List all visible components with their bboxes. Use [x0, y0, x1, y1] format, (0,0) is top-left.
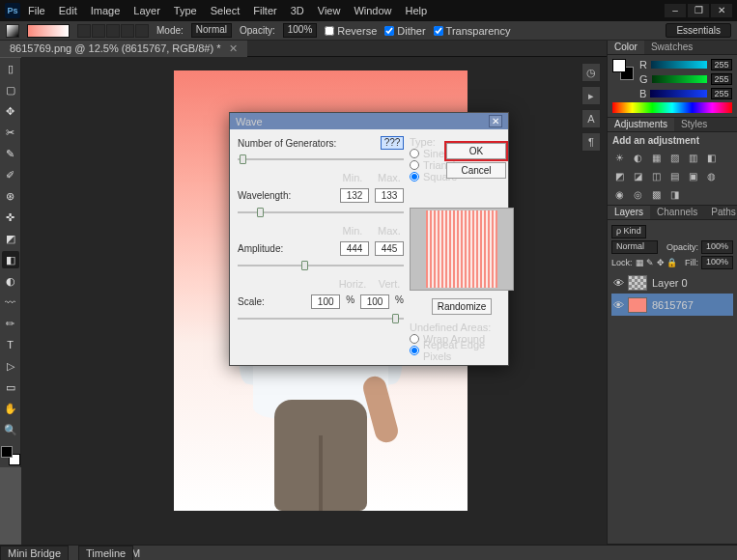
tool-move[interactable]: ▯ [2, 60, 19, 77]
gradient-type-buttons[interactable] [77, 24, 149, 38]
menu-view[interactable]: View [312, 5, 347, 16]
amplitude-min-input[interactable]: 444 [340, 241, 369, 256]
layer-row[interactable]: 👁 Layer 0 [611, 271, 733, 294]
tab-adjustments[interactable]: Adjustments [608, 118, 674, 131]
generators-input[interactable]: ??? [381, 136, 404, 150]
tab-styles[interactable]: Styles [674, 118, 714, 131]
workspace-switcher[interactable]: Essentials [666, 23, 731, 38]
close-tab-icon[interactable]: ✕ [229, 42, 238, 55]
tool-lasso[interactable]: ✥ [2, 102, 19, 120]
adj-icon[interactable]: ▤ [667, 170, 681, 183]
character-panel-icon[interactable]: A [581, 109, 601, 128]
amplitude-slider[interactable] [238, 260, 404, 271]
tool-type[interactable]: T [2, 336, 19, 353]
adj-icon[interactable]: ▥ [686, 152, 699, 165]
tool-hand[interactable]: ✋ [2, 400, 19, 417]
b-value[interactable]: 255 [711, 88, 732, 99]
menu-window[interactable]: Window [348, 5, 397, 16]
wavelength-min-input[interactable]: 132 [340, 188, 369, 203]
adj-icon[interactable]: ◧ [704, 152, 718, 165]
transparency-checkbox[interactable]: Transparency [434, 25, 511, 37]
menu-edit[interactable]: Edit [53, 5, 83, 16]
visibility-icon[interactable]: 👁 [613, 277, 623, 289]
menu-layer[interactable]: Layer [128, 5, 166, 16]
menu-help[interactable]: Help [400, 5, 434, 16]
menu-select[interactable]: Select [205, 5, 246, 16]
wavelength-slider[interactable] [238, 207, 404, 218]
generators-slider[interactable] [238, 154, 404, 165]
tab-channels[interactable]: Channels [650, 206, 704, 219]
tab-swatches[interactable]: Swatches [644, 41, 699, 54]
tool-path[interactable]: ▷ [2, 357, 19, 375]
window-maximize[interactable]: ❐ [688, 4, 709, 17]
tool-zoom[interactable]: 🔍 [2, 421, 19, 438]
adj-icon[interactable]: ◉ [612, 188, 626, 202]
color-fgbg[interactable] [612, 59, 634, 80]
history-panel-icon[interactable]: ◷ [581, 63, 601, 82]
adj-icon[interactable]: ▩ [649, 188, 663, 202]
tool-blur[interactable]: ◐ [2, 272, 19, 290]
menu-image[interactable]: Image [85, 5, 127, 16]
wavelength-max-input[interactable]: 133 [375, 188, 404, 203]
dialog-titlebar[interactable]: Wave ✕ [230, 113, 508, 129]
dialog-close-icon[interactable]: ✕ [489, 115, 502, 127]
g-value[interactable]: 255 [711, 73, 732, 85]
tool-dodge[interactable]: 〰 [2, 294, 19, 311]
r-slider[interactable] [651, 61, 707, 69]
tool-history[interactable]: ◩ [2, 230, 19, 247]
adj-icon[interactable]: ◪ [631, 170, 644, 183]
g-slider[interactable] [652, 75, 707, 83]
gradient-tool-icon[interactable] [6, 24, 19, 38]
amplitude-max-input[interactable]: 445 [375, 241, 404, 256]
r-value[interactable]: 255 [711, 59, 732, 70]
layer-opacity-value[interactable]: 100% [701, 240, 733, 254]
tool-brush[interactable]: ⊛ [2, 187, 19, 205]
b-slider[interactable] [650, 90, 707, 98]
tab-layers[interactable]: Layers [608, 206, 650, 219]
mode-select[interactable]: Normal [191, 23, 232, 38]
adj-icon[interactable]: ◩ [612, 170, 626, 183]
tab-timeline[interactable]: Timeline [78, 546, 133, 561]
menu-file[interactable]: File [22, 5, 51, 16]
adj-icon[interactable]: ◫ [649, 170, 663, 183]
tool-stamp[interactable]: ✜ [2, 209, 19, 226]
tab-paths[interactable]: Paths [704, 206, 737, 219]
window-minimize[interactable]: – [665, 4, 686, 17]
paragraph-panel-icon[interactable]: ¶ [581, 132, 601, 152]
adj-icon[interactable]: ◨ [667, 188, 681, 202]
layer-kind-filter[interactable]: ρ Kind [611, 225, 646, 238]
adj-icon[interactable]: ▦ [649, 152, 663, 165]
fill-value[interactable]: 100% [701, 256, 733, 269]
blend-mode-select[interactable]: Normal [611, 240, 658, 254]
tab-mini-bridge[interactable]: Mini Bridge [0, 546, 69, 561]
scale-slider[interactable] [238, 313, 404, 324]
adj-icon[interactable]: ◐ [631, 152, 644, 165]
tab-color[interactable]: Color [608, 41, 644, 54]
visibility-icon[interactable]: 👁 [613, 299, 623, 311]
color-spectrum[interactable] [612, 102, 732, 113]
tool-marquee[interactable]: ▢ [2, 81, 19, 98]
randomize-button[interactable]: Randomize [432, 298, 492, 315]
tool-pen[interactable]: ✏ [2, 315, 19, 332]
scale-horiz-input[interactable]: 100 [311, 294, 340, 309]
adj-icon[interactable]: ▨ [667, 152, 681, 165]
window-close[interactable]: ✕ [711, 4, 732, 17]
gradient-swatch[interactable] [27, 24, 70, 38]
opacity-select[interactable]: 100% [283, 23, 318, 38]
lock-icons[interactable]: ▦ ✎ ✥ 🔒 [636, 258, 678, 267]
undef-repeat[interactable]: Repeat Edge Pixels [410, 345, 514, 356]
adj-icon[interactable]: ◎ [631, 188, 644, 202]
tool-eyedropper[interactable]: ✎ [2, 145, 19, 162]
adj-icon[interactable]: ◍ [704, 170, 718, 183]
tool-gradient[interactable]: ◧ [2, 251, 19, 268]
layer-row[interactable]: 👁 8615767 [611, 294, 733, 316]
scale-vert-input[interactable]: 100 [360, 294, 389, 309]
actions-panel-icon[interactable]: ▸ [581, 86, 601, 105]
ok-button[interactable]: OK [446, 143, 506, 159]
document-tab[interactable]: 8615769.png @ 12.5% (8615767, RGB/8#) * … [0, 41, 247, 57]
dither-checkbox[interactable]: Dither [384, 25, 425, 37]
cancel-button[interactable]: Cancel [446, 162, 506, 179]
adj-icon[interactable]: ▣ [686, 170, 699, 183]
tool-crop[interactable]: ✂ [2, 124, 19, 141]
menu-type[interactable]: Type [168, 5, 203, 16]
